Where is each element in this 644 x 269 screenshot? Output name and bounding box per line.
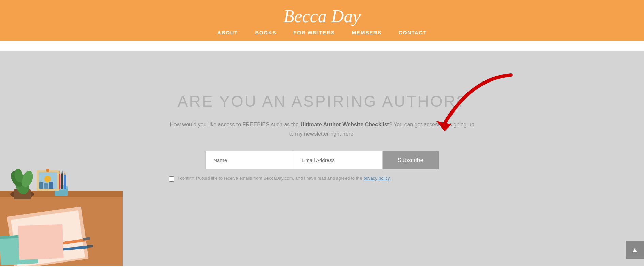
back-to-top-button[interactable]: ▲ (626, 241, 644, 259)
nav-books[interactable]: BOOKS (255, 30, 276, 35)
svg-marker-26 (64, 171, 66, 175)
svg-rect-30 (39, 182, 43, 189)
desk-illustration (0, 89, 123, 266)
site-title: Becca Day (0, 6, 644, 26)
email-input[interactable] (294, 151, 383, 169)
red-arrow (429, 72, 525, 140)
svg-rect-11 (18, 224, 63, 260)
svg-point-33 (46, 169, 49, 172)
nav-for-writers[interactable]: FOR WRITERS (293, 30, 335, 35)
consent-row: I confirm I would like to receive emails… (169, 176, 407, 182)
svg-rect-23 (64, 175, 66, 189)
svg-rect-31 (44, 183, 48, 189)
white-strip (0, 41, 644, 51)
main-nav: ABOUT BOOKS FOR WRITERS MEMBERS CONTACT (0, 30, 644, 35)
svg-marker-25 (61, 170, 63, 173)
site-header: Becca Day ABOUT BOOKS FOR WRITERS MEMBER… (0, 0, 644, 41)
nav-members[interactable]: MEMBERS (352, 30, 381, 35)
subtext-before: How would you like access to FREEBIES su… (170, 122, 300, 128)
consent-checkbox[interactable] (169, 176, 174, 182)
nav-contact[interactable]: CONTACT (399, 30, 427, 35)
privacy-policy-link[interactable]: privacy policy. (363, 176, 391, 181)
subtext-bold: Ultimate Author Website Checklist (300, 122, 389, 128)
main-section: ARE YOU AN ASPIRING AUTHOR? How would yo… (0, 51, 644, 266)
name-input[interactable] (205, 151, 294, 169)
svg-rect-22 (61, 173, 63, 189)
signup-form: Subscribe (169, 151, 475, 169)
consent-text: I confirm I would like to receive emails… (178, 176, 391, 181)
svg-point-29 (44, 176, 51, 182)
nav-about[interactable]: ABOUT (217, 30, 238, 35)
subscribe-button[interactable]: Subscribe (383, 151, 439, 169)
svg-rect-32 (49, 182, 53, 189)
